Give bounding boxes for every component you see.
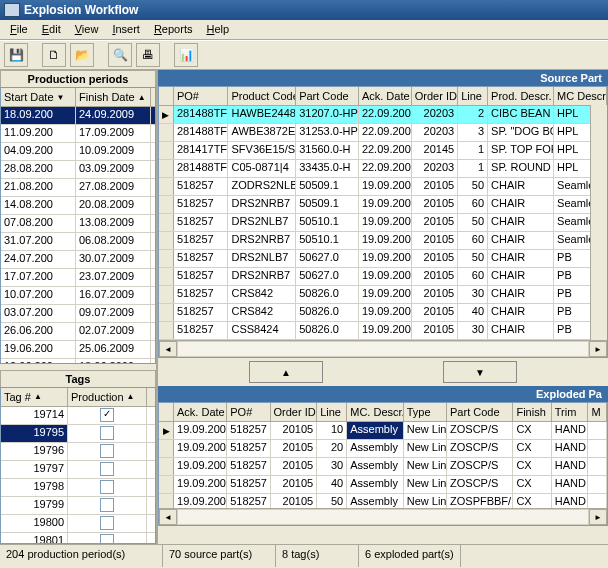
table-row[interactable]: 18.09.20024.09.2009 bbox=[1, 107, 155, 125]
col-header[interactable]: Type bbox=[404, 403, 447, 421]
menu-insert[interactable]: Insert bbox=[106, 20, 146, 39]
table-row[interactable]: 518257DRS2NRB750627.019.09.2002010560CHA… bbox=[159, 268, 607, 286]
col-start[interactable]: Start Date bbox=[4, 91, 54, 103]
col-finish[interactable]: Finish Date bbox=[79, 91, 135, 103]
source-vscroll[interactable] bbox=[590, 105, 607, 341]
source-hscroll[interactable]: ◄► bbox=[159, 340, 607, 357]
status-bar: 204 production period(s) 70 source part(… bbox=[0, 544, 608, 567]
status-tags: 8 tag(s) bbox=[276, 545, 359, 567]
col-header[interactable]: Line bbox=[317, 403, 347, 421]
open-button[interactable]: 📂 bbox=[70, 43, 94, 67]
table-row[interactable]: 31.07.20006.08.2009 bbox=[1, 233, 155, 251]
nav-buttons: ▲ ▼ bbox=[158, 358, 608, 386]
table-row[interactable]: 19714✓ bbox=[1, 407, 155, 425]
table-row[interactable]: 19.09.2005182572010540AssemblyNew LinZOS… bbox=[159, 476, 607, 494]
status-source: 70 source part(s) bbox=[163, 545, 276, 567]
exploded-hscroll[interactable]: ◄► bbox=[159, 508, 607, 525]
source-title: Source Part bbox=[158, 70, 608, 86]
table-row[interactable]: 19797 bbox=[1, 461, 155, 479]
menu-edit[interactable]: Edit bbox=[36, 20, 67, 39]
col-tag[interactable]: Tag # bbox=[4, 391, 31, 403]
table-row[interactable]: 281488TFAWBE3872E31253.0-HP22.09.2002020… bbox=[159, 124, 607, 142]
table-row[interactable]: 19.09.2005182572010520AssemblyNew LinZOS… bbox=[159, 440, 607, 458]
menu-help[interactable]: Help bbox=[200, 20, 235, 39]
exploded-grid[interactable]: Ack. DatePO#Order IDLineMC. Descr.TypePa… bbox=[158, 402, 608, 526]
exploded-title: Exploded Pa bbox=[158, 386, 608, 402]
table-row[interactable]: 07.08.20013.08.2009 bbox=[1, 215, 155, 233]
table-row[interactable]: 19801 bbox=[1, 533, 155, 544]
table-row[interactable]: 10.07.20016.07.2009 bbox=[1, 287, 155, 305]
table-row[interactable]: 19.06.20025.06.2009 bbox=[1, 341, 155, 359]
table-row[interactable]: 28.08.20003.09.2009 bbox=[1, 161, 155, 179]
table-row[interactable]: 04.09.20010.09.2009 bbox=[1, 143, 155, 161]
col-prod[interactable]: Production bbox=[71, 391, 124, 403]
col-header[interactable]: Line bbox=[458, 87, 488, 105]
col-header[interactable]: M bbox=[588, 403, 607, 421]
window-title: Explosion Workflow bbox=[24, 0, 138, 20]
table-row[interactable]: 19796 bbox=[1, 443, 155, 461]
col-header[interactable]: MC. Descr. bbox=[347, 403, 404, 421]
table-row[interactable]: 518257ZODRS2NLB50509.119.09.2002010550CH… bbox=[159, 178, 607, 196]
col-header[interactable]: Part Code bbox=[296, 87, 359, 105]
table-row[interactable]: 12.06.20018.06.2009 bbox=[1, 359, 155, 364]
print-button[interactable]: 🖶 bbox=[136, 43, 160, 67]
tags-title: Tags bbox=[0, 370, 156, 387]
table-row[interactable]: 518257DRS2NLB750627.019.09.2002010550CHA… bbox=[159, 250, 607, 268]
nav-down[interactable]: ▼ bbox=[443, 361, 517, 383]
col-header[interactable]: Order ID bbox=[271, 403, 318, 421]
menu-bar: File Edit View Insert Reports Help bbox=[0, 20, 608, 40]
table-row[interactable]: 24.07.20030.07.2009 bbox=[1, 251, 155, 269]
table-row[interactable]: 21.08.20027.08.2009 bbox=[1, 179, 155, 197]
table-row[interactable]: 11.09.20017.09.2009 bbox=[1, 125, 155, 143]
table-row[interactable]: 518257CRS84250826.019.09.2002010540CHAIR… bbox=[159, 304, 607, 322]
col-header[interactable]: Product Code bbox=[228, 87, 296, 105]
table-row[interactable]: 518257DRS2NLB750510.119.09.2002010550CHA… bbox=[159, 214, 607, 232]
new-button[interactable]: 🗋 bbox=[42, 43, 66, 67]
col-header[interactable]: Finish bbox=[513, 403, 551, 421]
table-row[interactable]: 19.09.2005182572010530AssemblyNew LinZOS… bbox=[159, 458, 607, 476]
save-button[interactable]: 💾 bbox=[4, 43, 28, 67]
col-header[interactable]: Prod. Descr. bbox=[488, 87, 554, 105]
table-row[interactable]: 19795 bbox=[1, 425, 155, 443]
menu-view[interactable]: View bbox=[69, 20, 105, 39]
table-row[interactable]: 19799 bbox=[1, 497, 155, 515]
status-periods: 204 production period(s) bbox=[0, 545, 163, 567]
status-exploded: 6 exploded part(s) bbox=[359, 545, 461, 567]
col-header[interactable]: MC Descr. bbox=[554, 87, 607, 105]
table-row[interactable]: 518257DRS2NRB750509.119.09.2002010560CHA… bbox=[159, 196, 607, 214]
nav-up[interactable]: ▲ bbox=[249, 361, 323, 383]
app-icon bbox=[4, 3, 20, 17]
col-header[interactable]: Ack. Date bbox=[359, 87, 412, 105]
menu-reports[interactable]: Reports bbox=[148, 20, 199, 39]
table-row[interactable]: 03.07.20009.07.2009 bbox=[1, 305, 155, 323]
table-row[interactable]: 14.08.20020.08.2009 bbox=[1, 197, 155, 215]
title-bar: Explosion Workflow bbox=[0, 0, 608, 20]
data-button[interactable]: 📊 bbox=[174, 43, 198, 67]
table-row[interactable]: 19.09.2005182572010510AssemblyNew LinZOS… bbox=[159, 422, 607, 440]
source-grid[interactable]: PO#Product CodePart CodeAck. DateOrder I… bbox=[158, 86, 608, 358]
table-row[interactable]: 281488TFC05-0871|433435.0-H22.09.2002020… bbox=[159, 160, 607, 178]
col-header[interactable]: Ack. Date bbox=[174, 403, 227, 421]
periods-grid[interactable]: Start Date▼ Finish Date▲ 18.09.20024.09.… bbox=[0, 87, 156, 364]
tags-grid[interactable]: Tag #▲ Production▲ 19714✓197951979619797… bbox=[0, 387, 156, 544]
col-header[interactable]: Part Code bbox=[447, 403, 513, 421]
table-row[interactable]: 518257CSS842450826.019.09.2002010530CHAI… bbox=[159, 322, 607, 340]
col-header[interactable]: PO# bbox=[174, 87, 229, 105]
table-row[interactable]: 518257CRS84250826.019.09.2002010530CHAIR… bbox=[159, 286, 607, 304]
preview-button[interactable]: 🔍 bbox=[108, 43, 132, 67]
table-row[interactable]: 26.06.20002.07.2009 bbox=[1, 323, 155, 341]
col-header[interactable]: Order ID bbox=[412, 87, 458, 105]
table-row[interactable]: 281417TFSFV36E15/S31560.0-H22.09.2002014… bbox=[159, 142, 607, 160]
table-row[interactable]: 518257DRS2NRB750510.119.09.2002010560CHA… bbox=[159, 232, 607, 250]
col-header[interactable]: PO# bbox=[227, 403, 270, 421]
col-header[interactable]: Trim bbox=[552, 403, 589, 421]
table-row[interactable]: 17.07.20023.07.2009 bbox=[1, 269, 155, 287]
table-row[interactable]: 281488TFHAWBE2448E31207.0-HPL22.09.20020… bbox=[159, 106, 607, 124]
table-row[interactable]: 19798 bbox=[1, 479, 155, 497]
periods-title: Production periods bbox=[0, 70, 156, 87]
table-row[interactable]: 19800 bbox=[1, 515, 155, 533]
toolbar: 💾 🗋 📂 🔍 🖶 📊 bbox=[0, 41, 608, 70]
menu-file[interactable]: File bbox=[4, 20, 34, 39]
